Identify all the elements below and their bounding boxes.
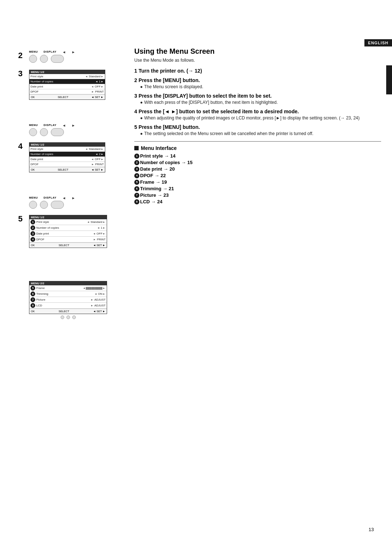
display-label: DISPLAY [44,50,56,54]
step-5-bullet: ● The setting selected on the Menu scree… [140,131,381,136]
mi-label-8: LCD → 24 [140,199,162,204]
display-button-3[interactable] [40,201,48,209]
instruction-step-3: 3 Press the [DISPLAY] button to select t… [134,93,381,105]
language-badge: ENGLISH [364,39,392,46]
step-1-label: Turn the printer on. (→ 12) [139,68,202,74]
mi-item-7: 7 Picture → 23 [134,192,381,198]
step-5-label: 5 [18,214,23,224]
page-subtitle: Use the Menu Mode as follows. [134,58,381,63]
menu-box-step5b: MENU 2/2 5 Frame ◄ ▓▓▓▓▓▓▓▓▓ ► 6 Trimmin… [29,281,107,314]
step-3-label: Press the [DISPLAY] button to select the… [139,93,272,99]
menu-row-ps-4: Print style ◄ Standard ► [29,147,105,152]
step-4-label: 4 [18,142,23,151]
step-3-bullet: ● With each press of the [DISPLAY] butto… [140,100,381,105]
mi-item-1: 1 Print style → 14 [134,153,381,159]
menu-label-3: MENU [29,196,38,200]
small-circle-1 [61,315,64,319]
menu-header-step5b: MENU 2/2 [29,281,107,285]
menu-interface-title-text: Menu Interface [141,145,177,151]
step-3-text: 3 Press the [DISPLAY] button to select t… [134,93,381,99]
menu-box-step3: MENU 1/2 Print style ◄ Standard ► Number… [29,70,105,100]
instruction-step-5: 5 Press the [MENU] button. ● The setting… [134,124,381,136]
page-number: 13 [369,527,374,532]
display-button[interactable] [40,55,48,63]
menu-header-step4: MENU 1/2 [29,143,105,147]
right-tab [386,65,392,94]
divider [134,141,381,142]
right-arrow-2: ► [72,123,75,127]
step-2-label: 2 [18,51,23,60]
menu-row-frame-5: 5 Frame ◄ ▓▓▓▓▓▓▓▓▓ ► [29,285,107,291]
menu-button[interactable] [29,55,37,63]
menu-row-dpof: DPOF ► PRINT [29,89,105,94]
left-arrow-label: ◄ [62,50,66,54]
menu-footer-step4: OK SELECT ◄ SET ► [29,167,105,172]
menu-row-picture-5: 7 Picture ► ADJUST [29,297,107,303]
menu-row-copies-highlighted: Number of copies ◄ 1 ► [29,79,105,84]
menu-label: MENU [29,50,38,54]
step-3-bullet-text: With each press of the [DISPLAY] button,… [144,100,278,105]
display-button-2[interactable] [40,128,48,136]
lr-button[interactable] [51,55,64,63]
step-2-text: 2 Press the [MENU] button. [134,77,381,83]
step-3-label: 3 [18,69,23,78]
menu-box-step5a: MENU 1/2 1 Print style ◄ Standard ► 2 Nu… [29,215,107,248]
menu-row-date-5: 3 Date print ◄ OFF ► [29,231,107,237]
menu-header-step5a: MENU 1/2 [29,215,107,219]
display-label-3: DISPLAY [44,196,56,200]
mi-item-8: 8 LCD → 24 [134,199,381,204]
mi-item-5: 5 Frame → 19 [134,179,381,185]
mi-item-2: 2 Number of copies → 15 [134,160,381,165]
menu-row-date-print: Date print ◄ OFF ► [29,84,105,89]
menu-footer-5b: OK SELECT ◄ SET ► [29,309,107,314]
menu-row-dpof-5: 4 DPOF ► PRINT [29,237,107,243]
step-5-bullet-text: The setting selected on the Menu screen … [144,131,313,136]
menu-footer-5a: OK SELECT ◄ SET ► [29,243,107,248]
menu-row-print-style: Print style ◄ Standard ► [29,74,105,79]
menu-row-copies-5: 2 Number of copies ◄ 1 ► [29,225,107,231]
mi-label-1: Print style → 14 [140,153,176,159]
step-4-bullet-text: When adjusting the quality of printed im… [144,115,360,121]
menu-button-2[interactable] [29,128,37,136]
lr-button-2[interactable] [51,128,64,136]
menu-interface-header: Menu Interface [134,145,381,151]
mi-item-3: 3 Date print → 20 [134,166,381,172]
left-arrow-2: ◄ [62,123,66,127]
lr-button-3[interactable] [51,201,64,209]
step-4-label: Press the [◄ ►] button to set the select… [139,109,299,114]
mi-label-2: Number of copies → 15 [140,160,192,165]
right-arrow-label: ► [72,50,75,54]
step-4-text: 4 Press the [◄ ►] button to set the sele… [134,109,381,114]
menu-header-step3: MENU 1/2 [29,70,105,74]
mi-item-6: 6 Trimming → 21 [134,186,381,191]
small-circle-3 [72,315,76,319]
menu-row-dpof-4: DPOF ► PRINT [29,162,105,167]
step-2-bullet-text: The Menu screen is displayed. [144,84,203,89]
mi-label-6: Trimming → 21 [140,186,174,191]
step-4-bullet: ● When adjusting the quality of printed … [140,115,381,121]
mi-label-3: Date print → 20 [140,166,175,172]
menu-footer-step3: OK SELECT ◄ SET ► [29,94,105,99]
black-square-icon [134,146,139,150]
step-5-label: Press the [MENU] button. [139,124,200,130]
display-label-2: DISPLAY [44,123,56,127]
step-2-label: Press the [MENU] button. [139,77,200,83]
mi-item-4: 4 DPOF → 22 [134,173,381,178]
page-title: Using the Menu Screen [134,47,381,56]
right-column: Using the Menu Screen Use the Menu Mode … [134,47,381,205]
mi-label-4: DPOF → 22 [140,173,166,178]
menu-label-2: MENU [29,123,38,127]
menu-box-step4: MENU 1/2 Print style ◄ Standard ► Number… [29,142,105,172]
menu-row-lcd-5: 8 LCD ► ADJUST [29,303,107,309]
instruction-step-4: 4 Press the [◄ ►] button to set the sele… [134,109,381,121]
menu-button-3[interactable] [29,201,37,209]
menu-row-date-4: Date print ◄ OFF ► [29,157,105,162]
instruction-step-1: 1 Turn the printer on. (→ 12) [134,68,381,74]
menu-row-trimming-5: 6 Trimming ◄ ON ► [29,291,107,297]
step-1-text: 1 Turn the printer on. (→ 12) [134,68,381,74]
small-circle-2 [66,315,70,319]
menu-row-copies-4-highlighted: Number of copies ◄ 2 ► [29,152,105,157]
step-5-text: 5 Press the [MENU] button. [134,124,381,130]
left-arrow-3: ◄ [62,196,66,200]
step-2-bullet: ● The Menu screen is displayed. [140,84,381,89]
